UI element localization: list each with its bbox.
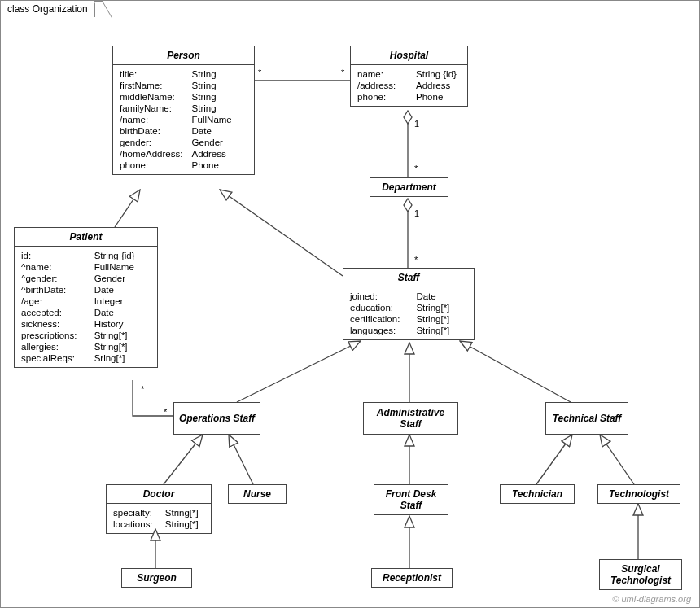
class-surg-tech: Surgical Technologist [599,559,682,590]
class-nurse: Nurse [228,484,287,504]
mult-dept-staff-s: * [414,255,418,265]
class-staff-title: Staff [343,269,474,287]
svg-line-9 [229,435,253,484]
class-department: Department [370,177,448,197]
svg-line-11 [536,435,572,484]
svg-line-7 [460,341,571,402]
class-surgeon: Surgeon [121,568,192,588]
class-doctor-title: Doctor [107,485,211,504]
mult-patient-ops-o: * [164,407,167,417]
frame-title: class Organization [7,3,88,15]
class-technician: Technician [500,484,575,504]
mult-dept-staff-d: 1 [414,208,419,218]
class-staff: Staff joined:Date education:String[*] ce… [343,268,475,340]
class-hospital: Hospital name:String {id} /address:Addre… [350,46,468,107]
class-doctor: Doctor specialty:String[*] locations:Str… [106,484,212,534]
class-technologist-title: Technologist [598,485,680,503]
class-surgeon-title: Surgeon [122,569,191,587]
class-front-desk: Front Desk Staff [374,484,448,515]
mult-patient-ops-p: * [141,384,144,394]
svg-line-5 [237,341,361,402]
class-admin-staff: Administrative Staff [363,402,458,435]
class-technologist: Technologist [597,484,680,504]
mult-person-hosp-p: * [258,68,261,77]
class-hospital-title: Hospital [351,46,467,65]
class-admin-staff-title: Administrative Staff [364,404,457,433]
class-receptionist-title: Receptionist [372,569,452,587]
class-tech-staff: Technical Staff [545,402,628,435]
class-ops-staff-title: Operations Staff [174,409,260,427]
mult-hosp-dept-d: * [414,164,418,173]
class-receptionist: Receptionist [371,568,453,588]
class-patient-title: Patient [15,228,157,247]
copyright: © uml-diagrams.org [612,594,691,604]
class-person: Person title:String firstName:String mid… [112,46,255,175]
svg-line-3 [115,190,140,227]
svg-line-12 [600,435,634,484]
mult-hosp-dept-h: 1 [414,119,419,129]
svg-line-4 [220,190,343,276]
class-person-title: Person [113,46,254,65]
mult-person-hosp-h: * [341,68,344,77]
svg-line-8 [164,435,203,484]
class-surg-tech-title: Surgical Technologist [600,560,681,589]
class-patient: Patient id:String {id} ^name:FullName ^g… [14,227,158,368]
class-front-desk-title: Front Desk Staff [374,485,448,514]
class-technician-title: Technician [501,485,574,503]
class-department-title: Department [370,178,448,196]
class-tech-staff-title: Technical Staff [546,409,628,427]
class-ops-staff: Operations Staff [173,402,260,435]
class-nurse-title: Nurse [229,485,286,503]
